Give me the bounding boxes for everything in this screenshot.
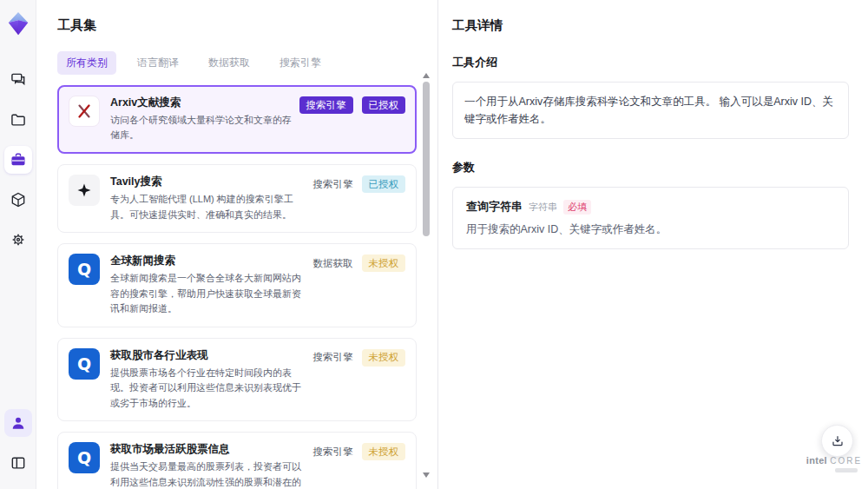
download-icon bbox=[831, 434, 845, 448]
list-scrollbar[interactable] bbox=[422, 73, 431, 478]
status-badge: 已授权 bbox=[362, 175, 406, 193]
page-title: 工具集 bbox=[57, 17, 437, 34]
tab-search-engine[interactable]: 搜索引擎 bbox=[271, 51, 330, 75]
sidebar-item-chat[interactable] bbox=[4, 66, 32, 94]
parameter-card: 查询字符串 字符串 必填 用于搜索的Arxiv ID、关键字或作者姓名。 bbox=[452, 187, 849, 249]
user-icon bbox=[10, 414, 27, 432]
tool-description: 提供当天交易量最高的股票列表，投资者可以利用这些信息来识别流动性强的股票和潜在的… bbox=[110, 459, 308, 489]
tool-intro-text: 一个用于从Arxiv存储库搜索科学论文和文章的工具。 输入可以是Arxiv ID… bbox=[452, 82, 849, 139]
sidebar-item-files[interactable] bbox=[4, 106, 32, 134]
tool-card-arxiv[interactable]: Arxiv文献搜索 访问各个研究领域大量科学论文和文章的存储库。 搜索引擎 已授… bbox=[57, 85, 417, 154]
scrollbar-thumb[interactable] bbox=[423, 82, 430, 236]
q-news-logo-icon: Q bbox=[69, 348, 100, 380]
intel-logo-text: intel bbox=[806, 455, 827, 466]
tab-language-translation[interactable]: 语言翻译 bbox=[128, 51, 187, 75]
q-news-logo-icon: Q bbox=[69, 254, 100, 285]
status-badge: 已授权 bbox=[362, 96, 406, 114]
panel-layout-icon bbox=[10, 454, 27, 472]
chat-icon bbox=[10, 71, 27, 89]
tool-name: Tavily搜索 bbox=[110, 175, 308, 189]
tool-card-sector-performance[interactable]: Q 获取股市各行业表现 提供股票市场各个行业在特定时间段内的表现。投资者可以利用… bbox=[57, 338, 417, 422]
gear-icon bbox=[10, 231, 27, 248]
param-type: 字符串 bbox=[529, 201, 557, 214]
core-logo-text: core bbox=[830, 456, 862, 466]
tool-card-list: Arxiv文献搜索 访问各个研究领域大量科学论文和文章的存储库。 搜索引擎 已授… bbox=[57, 85, 417, 489]
tool-card-tavily[interactable]: Tavily搜索 专为人工智能代理 (LLM) 构建的搜索引擎工具。可快速提供实… bbox=[57, 164, 417, 233]
category-tabs: 所有类别 语言翻译 数据获取 搜索引擎 bbox=[57, 51, 437, 75]
status-badge: 未授权 bbox=[362, 349, 406, 367]
tool-description: 专为人工智能代理 (LLM) 构建的搜索引擎工具。可快速提供实时、准确和真实的结… bbox=[110, 192, 308, 222]
tool-card-active-stocks[interactable]: Q 获取市场最活跃股票信息 提供当天交易量最高的股票列表，投资者可以利用这些信息… bbox=[57, 432, 417, 489]
scroll-up-arrow-icon[interactable] bbox=[423, 73, 430, 78]
tool-description: 访问各个研究领域大量科学论文和文章的存储库。 bbox=[110, 113, 294, 143]
sidebar-item-account[interactable] bbox=[4, 409, 32, 437]
status-badge: 未授权 bbox=[362, 443, 406, 460]
tool-name: 全球新闻搜索 bbox=[110, 254, 308, 268]
tool-description: 全球新闻搜索是一个聚合全球各大新闻网站内容的搜索引擎，帮助用户快速获取全球最新资… bbox=[110, 271, 308, 317]
sidebar-item-tools[interactable] bbox=[4, 146, 32, 174]
category-label: 搜索引擎 bbox=[313, 178, 353, 191]
arxiv-logo-icon bbox=[69, 96, 100, 127]
category-badge: 搜索引擎 bbox=[299, 96, 353, 114]
sidebar-item-panel-toggle[interactable] bbox=[4, 449, 32, 477]
folder-icon bbox=[10, 111, 27, 129]
category-label: 数据获取 bbox=[313, 257, 353, 270]
param-name: 查询字符串 bbox=[466, 199, 523, 215]
watermark-underline-bar bbox=[835, 468, 858, 472]
cube-icon bbox=[10, 191, 27, 208]
tool-detail-panel: 工具详情 工具介绍 一个用于从Arxiv存储库搜索科学论文和文章的工具。 输入可… bbox=[438, 0, 868, 489]
category-label: 搜索引擎 bbox=[313, 446, 353, 459]
toolbox-icon bbox=[10, 151, 27, 169]
status-badge: 未授权 bbox=[362, 254, 406, 272]
tavily-star-icon bbox=[69, 175, 100, 206]
icon-sidebar bbox=[0, 0, 36, 489]
category-label: 搜索引擎 bbox=[313, 351, 353, 364]
scroll-down-arrow-icon[interactable] bbox=[423, 472, 430, 478]
app-logo-icon bbox=[5, 10, 31, 36]
q-news-logo-icon: Q bbox=[69, 442, 100, 473]
sidebar-item-packages[interactable] bbox=[4, 186, 32, 214]
tool-name: 获取股市各行业表现 bbox=[110, 348, 308, 363]
tool-name: 获取市场最活跃股票信息 bbox=[110, 442, 308, 457]
tab-all-categories[interactable]: 所有类别 bbox=[57, 51, 116, 75]
tool-list-panel: 工具集 所有类别 语言翻译 数据获取 搜索引擎 Arxiv文献搜索 访问各个研究… bbox=[36, 0, 438, 489]
tool-card-global-news[interactable]: Q 全球新闻搜索 全球新闻搜索是一个聚合全球各大新闻网站内容的搜索引擎，帮助用户… bbox=[57, 243, 417, 327]
detail-title: 工具详情 bbox=[452, 17, 849, 34]
tab-data-fetch[interactable]: 数据获取 bbox=[200, 51, 259, 75]
app-window: 工具集 所有类别 语言翻译 数据获取 搜索引擎 Arxiv文献搜索 访问各个研究… bbox=[0, 0, 868, 489]
param-required-badge: 必填 bbox=[563, 200, 591, 215]
param-description: 用于搜索的Arxiv ID、关键字或作者姓名。 bbox=[466, 222, 835, 237]
intro-heading: 工具介绍 bbox=[452, 55, 849, 70]
download-button[interactable] bbox=[821, 425, 853, 457]
tool-name: Arxiv文献搜索 bbox=[110, 96, 294, 110]
tool-description: 提供股票市场各个行业在特定时间段内的表现。投资者可以利用这些信息来识别表现优于或… bbox=[110, 366, 308, 412]
params-heading: 参数 bbox=[452, 160, 849, 175]
sidebar-item-settings[interactable] bbox=[4, 226, 32, 254]
intel-core-watermark: intel core bbox=[806, 455, 863, 472]
